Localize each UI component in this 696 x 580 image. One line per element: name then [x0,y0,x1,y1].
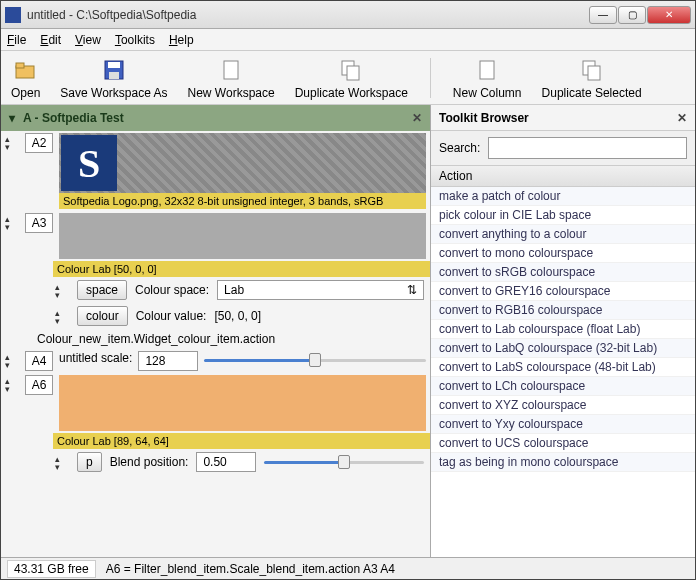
scale-slider[interactable] [204,351,426,369]
list-item[interactable]: convert to sRGB colourspace [431,263,695,282]
row-reorder-icon[interactable]: ▴▾ [5,213,19,231]
close-button[interactable]: ✕ [647,6,691,24]
save-icon [100,56,128,84]
space-label: Colour space: [135,283,209,297]
cell-id[interactable]: A6 [25,375,53,395]
app-window: untitled - C:\Softpedia\Softpedia — ▢ ✕ … [0,0,696,580]
toolbar: Open Save Workspace As New Workspace Dup… [1,51,695,105]
row-reorder-icon[interactable]: ▴▾ [5,351,19,369]
duplicate-icon [578,56,606,84]
colour-value-label: Colour value: [136,309,207,323]
duplicate-icon [337,56,365,84]
list-item[interactable]: convert to RGB16 colourspace [431,301,695,320]
cell-a3: ▴▾ A3 [1,211,430,261]
list-item[interactable]: make a patch of colour [431,187,695,206]
list-header[interactable]: Action [431,165,695,187]
blend-slider[interactable] [264,453,424,471]
list-item[interactable]: convert to GREY16 colourspace [431,282,695,301]
row-reorder-icon[interactable]: ▴▾ [55,453,69,471]
svg-rect-8 [480,61,494,79]
cell-a2: ▴▾ A2 S Softpedia Logo.png, 32x32 8-bit … [1,131,430,211]
image-preview[interactable]: S [59,133,426,193]
cell-id[interactable]: A3 [25,213,53,233]
scale-input[interactable]: 128 [138,351,198,371]
menu-view[interactable]: View [75,33,101,47]
cell-id[interactable]: A2 [25,133,53,153]
list-item[interactable]: convert to LCh colourspace [431,377,695,396]
document-new-icon [217,56,245,84]
titlebar: untitled - C:\Softpedia\Softpedia — ▢ ✕ [1,1,695,29]
menu-toolkits[interactable]: Toolkits [115,33,155,47]
row-reorder-icon[interactable]: ▴▾ [55,307,69,325]
column-title: A - Softpedia Test [23,111,124,125]
list-item[interactable]: convert to Lab colourspace (float Lab) [431,320,695,339]
cell-a4: ▴▾ A4 untitled scale: 128 [1,349,430,373]
status-expression: A6 = Filter_blend_item.Scale_blend_item.… [106,562,395,576]
duplicate-workspace-button[interactable]: Duplicate Workspace [291,54,412,102]
svg-rect-1 [16,63,24,68]
document-new-icon [473,56,501,84]
menubar: File Edit View Toolkits Help [1,29,695,51]
menu-edit[interactable]: Edit [40,33,61,47]
list-item[interactable]: convert to LabQ colourspace (32-bit Lab) [431,339,695,358]
minimize-button[interactable]: — [589,6,617,24]
svg-rect-7 [347,66,359,80]
row-reorder-icon[interactable]: ▴▾ [55,281,69,299]
list-item[interactable]: pick colour in CIE Lab space [431,206,695,225]
list-item[interactable]: convert to XYZ colourspace [431,396,695,415]
duplicate-selected-button[interactable]: Duplicate Selected [538,54,646,102]
blend-label: Blend position: [110,455,189,469]
cell-id[interactable]: A4 [25,351,53,371]
action-text: Colour_new_item.Widget_colour_item.actio… [37,332,275,346]
column-header[interactable]: ▾ A - Softpedia Test ✕ [1,105,430,131]
new-column-button[interactable]: New Column [449,54,526,102]
new-workspace-button[interactable]: New Workspace [184,54,279,102]
status-free-space: 43.31 GB free [7,560,96,578]
search-label: Search: [439,141,480,155]
image-info-bar: Softpedia Logo.png, 32x32 8-bit unsigned… [59,193,426,209]
search-input[interactable] [488,137,687,159]
colour-info-bar: Colour Lab [89, 64, 64] [53,433,430,449]
save-workspace-button[interactable]: Save Workspace As [56,54,171,102]
list-item[interactable]: convert to mono colourspace [431,244,695,263]
p-button[interactable]: p [77,452,102,472]
colour-swatch[interactable] [59,375,426,431]
statusbar: 43.31 GB free A6 = Filter_blend_item.Sca… [1,557,695,579]
maximize-button[interactable]: ▢ [618,6,646,24]
row-reorder-icon[interactable]: ▴▾ [5,375,19,393]
close-column-icon[interactable]: ✕ [412,111,422,125]
svg-rect-4 [109,72,119,79]
row-reorder-icon[interactable]: ▴▾ [5,133,19,151]
toolkit-title: Toolkit Browser [439,111,529,125]
colour-space-select[interactable]: Lab⇅ [217,280,424,300]
colour-info-bar: Colour Lab [50, 0, 0] [53,261,430,277]
menu-help[interactable]: Help [169,33,194,47]
list-item[interactable]: convert to LabS colourspace (48-bit Lab) [431,358,695,377]
menu-file[interactable]: File [7,33,26,47]
scale-label: untitled scale: [59,351,132,365]
list-item[interactable]: convert to UCS colourspace [431,434,695,453]
colour-button[interactable]: colour [77,306,128,326]
window-title: untitled - C:\Softpedia\Softpedia [27,8,589,22]
space-button[interactable]: space [77,280,127,300]
list-item[interactable]: convert to Yxy colourspace [431,415,695,434]
cell-a6: ▴▾ A6 [1,373,430,433]
toolkit-browser: Toolkit Browser ✕ Search: Action make a … [431,105,695,557]
svg-rect-3 [108,62,120,68]
colour-swatch[interactable] [59,213,426,259]
list-item[interactable]: tag as being in mono colourspace [431,453,695,472]
toolkit-header: Toolkit Browser ✕ [431,105,695,131]
toolbar-separator [430,58,431,98]
open-button[interactable]: Open [7,54,44,102]
softpedia-logo-icon: S [61,135,117,191]
folder-open-icon [12,56,40,84]
chevron-down-icon: ▾ [9,111,15,125]
svg-rect-10 [588,66,600,80]
svg-rect-5 [224,61,238,79]
list-item[interactable]: convert anything to a colour [431,225,695,244]
colour-value: [50, 0, 0] [214,309,261,323]
blend-input[interactable]: 0.50 [196,452,256,472]
app-icon [5,7,21,23]
close-panel-icon[interactable]: ✕ [677,111,687,125]
action-list: make a patch of colourpick colour in CIE… [431,187,695,557]
